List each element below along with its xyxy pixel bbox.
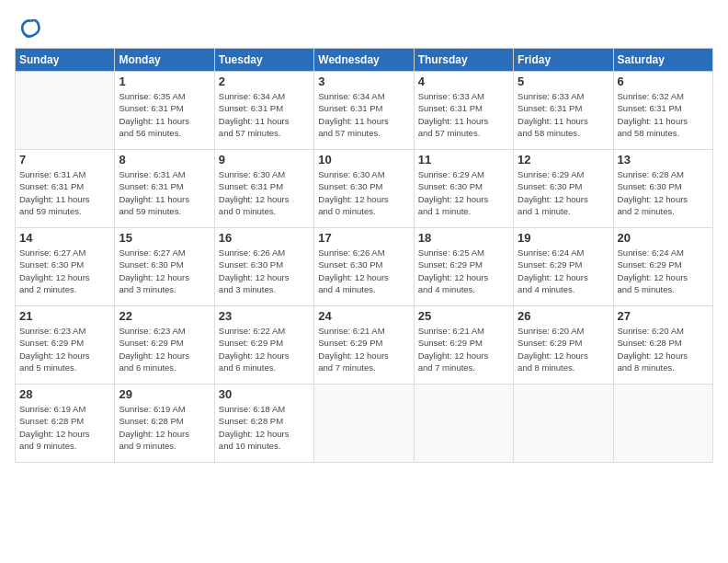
day-cell: 25Sunrise: 6:21 AM Sunset: 6:29 PM Dayli…	[414, 306, 513, 385]
logo	[15, 15, 44, 40]
day-info: Sunrise: 6:23 AM Sunset: 6:29 PM Dayligh…	[19, 325, 110, 373]
day-cell: 13Sunrise: 6:28 AM Sunset: 6:30 PM Dayli…	[613, 150, 712, 228]
day-number: 7	[19, 153, 110, 167]
day-cell: 7Sunrise: 6:31 AM Sunset: 6:31 PM Daylig…	[16, 150, 115, 228]
day-cell: 4Sunrise: 6:33 AM Sunset: 6:31 PM Daylig…	[414, 72, 513, 150]
week-row-3: 14Sunrise: 6:27 AM Sunset: 6:30 PM Dayli…	[16, 228, 713, 306]
day-number: 25	[418, 309, 509, 323]
day-info: Sunrise: 6:28 AM Sunset: 6:30 PM Dayligh…	[618, 168, 709, 217]
header-cell-tuesday: Tuesday	[214, 49, 313, 72]
day-number: 23	[219, 309, 310, 323]
day-info: Sunrise: 6:29 AM Sunset: 6:30 PM Dayligh…	[418, 168, 509, 217]
day-number: 2	[219, 75, 310, 88]
day-number: 5	[518, 75, 609, 88]
day-info: Sunrise: 6:34 AM Sunset: 6:31 PM Dayligh…	[219, 90, 310, 139]
day-cell: 9Sunrise: 6:30 AM Sunset: 6:31 PM Daylig…	[214, 150, 313, 228]
day-info: Sunrise: 6:20 AM Sunset: 6:28 PM Dayligh…	[618, 325, 709, 373]
day-cell	[314, 385, 414, 463]
day-cell: 26Sunrise: 6:20 AM Sunset: 6:29 PM Dayli…	[514, 306, 613, 385]
day-number: 8	[119, 153, 210, 167]
day-number: 27	[618, 309, 709, 323]
day-cell: 6Sunrise: 6:32 AM Sunset: 6:31 PM Daylig…	[613, 72, 712, 150]
header-cell-thursday: Thursday	[414, 49, 513, 72]
day-info: Sunrise: 6:29 AM Sunset: 6:30 PM Dayligh…	[518, 168, 609, 217]
day-info: Sunrise: 6:30 AM Sunset: 6:30 PM Dayligh…	[318, 168, 409, 217]
day-number: 9	[219, 153, 310, 167]
day-info: Sunrise: 6:26 AM Sunset: 6:30 PM Dayligh…	[219, 247, 310, 295]
day-number: 1	[119, 75, 210, 88]
day-number: 3	[318, 75, 409, 88]
calendar-header: SundayMondayTuesdayWednesdayThursdayFrid…	[16, 49, 713, 72]
day-number: 28	[19, 387, 110, 401]
day-info: Sunrise: 6:21 AM Sunset: 6:29 PM Dayligh…	[418, 325, 509, 373]
day-number: 21	[19, 309, 110, 323]
day-cell: 1Sunrise: 6:35 AM Sunset: 6:31 PM Daylig…	[115, 72, 214, 150]
header-cell-saturday: Saturday	[613, 49, 712, 72]
calendar-body: 1Sunrise: 6:35 AM Sunset: 6:31 PM Daylig…	[16, 72, 713, 463]
day-cell: 11Sunrise: 6:29 AM Sunset: 6:30 PM Dayli…	[414, 150, 513, 228]
day-number: 24	[318, 309, 409, 323]
day-cell: 22Sunrise: 6:23 AM Sunset: 6:29 PM Dayli…	[115, 306, 214, 385]
day-cell	[514, 385, 613, 463]
day-info: Sunrise: 6:21 AM Sunset: 6:29 PM Dayligh…	[318, 325, 409, 373]
day-cell: 19Sunrise: 6:24 AM Sunset: 6:29 PM Dayli…	[514, 228, 613, 306]
header-cell-monday: Monday	[115, 49, 214, 72]
day-cell	[613, 385, 712, 463]
page-header	[15, 15, 713, 40]
day-cell: 5Sunrise: 6:33 AM Sunset: 6:31 PM Daylig…	[514, 72, 613, 150]
day-info: Sunrise: 6:19 AM Sunset: 6:28 PM Dayligh…	[19, 403, 110, 452]
day-number: 11	[418, 153, 509, 167]
day-number: 15	[119, 231, 210, 245]
header-cell-sunday: Sunday	[16, 49, 115, 72]
day-number: 14	[19, 231, 110, 245]
day-info: Sunrise: 6:26 AM Sunset: 6:30 PM Dayligh…	[318, 247, 409, 295]
day-info: Sunrise: 6:31 AM Sunset: 6:31 PM Dayligh…	[19, 168, 110, 217]
day-info: Sunrise: 6:22 AM Sunset: 6:29 PM Dayligh…	[219, 325, 310, 373]
logo-icon	[15, 15, 40, 40]
day-number: 10	[318, 153, 409, 167]
day-number: 4	[418, 75, 509, 88]
day-cell: 21Sunrise: 6:23 AM Sunset: 6:29 PM Dayli…	[16, 306, 115, 385]
week-row-4: 21Sunrise: 6:23 AM Sunset: 6:29 PM Dayli…	[16, 306, 713, 385]
day-cell: 14Sunrise: 6:27 AM Sunset: 6:30 PM Dayli…	[16, 228, 115, 306]
day-number: 22	[119, 309, 210, 323]
day-number: 12	[518, 153, 609, 167]
day-info: Sunrise: 6:23 AM Sunset: 6:29 PM Dayligh…	[119, 325, 210, 373]
header-row: SundayMondayTuesdayWednesdayThursdayFrid…	[16, 49, 713, 72]
day-number: 16	[219, 231, 310, 245]
day-number: 18	[418, 231, 509, 245]
day-info: Sunrise: 6:24 AM Sunset: 6:29 PM Dayligh…	[618, 247, 709, 295]
header-cell-friday: Friday	[514, 49, 613, 72]
day-info: Sunrise: 6:30 AM Sunset: 6:31 PM Dayligh…	[219, 168, 310, 217]
header-cell-wednesday: Wednesday	[314, 49, 414, 72]
day-cell: 10Sunrise: 6:30 AM Sunset: 6:30 PM Dayli…	[314, 150, 414, 228]
day-cell: 29Sunrise: 6:19 AM Sunset: 6:28 PM Dayli…	[115, 385, 214, 463]
day-cell: 15Sunrise: 6:27 AM Sunset: 6:30 PM Dayli…	[115, 228, 214, 306]
day-info: Sunrise: 6:27 AM Sunset: 6:30 PM Dayligh…	[19, 247, 110, 295]
day-cell: 12Sunrise: 6:29 AM Sunset: 6:30 PM Dayli…	[514, 150, 613, 228]
day-cell: 28Sunrise: 6:19 AM Sunset: 6:28 PM Dayli…	[16, 385, 115, 463]
day-number: 13	[618, 153, 709, 167]
day-cell	[16, 72, 115, 150]
day-info: Sunrise: 6:35 AM Sunset: 6:31 PM Dayligh…	[119, 90, 210, 139]
day-cell: 23Sunrise: 6:22 AM Sunset: 6:29 PM Dayli…	[214, 306, 313, 385]
day-info: Sunrise: 6:19 AM Sunset: 6:28 PM Dayligh…	[119, 403, 210, 452]
day-info: Sunrise: 6:32 AM Sunset: 6:31 PM Dayligh…	[618, 90, 709, 139]
day-number: 29	[119, 387, 210, 401]
day-cell: 24Sunrise: 6:21 AM Sunset: 6:29 PM Dayli…	[314, 306, 414, 385]
calendar-table: SundayMondayTuesdayWednesdayThursdayFrid…	[15, 48, 713, 463]
day-cell: 30Sunrise: 6:18 AM Sunset: 6:28 PM Dayli…	[214, 385, 313, 463]
week-row-2: 7Sunrise: 6:31 AM Sunset: 6:31 PM Daylig…	[16, 150, 713, 228]
day-number: 6	[618, 75, 709, 88]
day-cell: 18Sunrise: 6:25 AM Sunset: 6:29 PM Dayli…	[414, 228, 513, 306]
day-info: Sunrise: 6:33 AM Sunset: 6:31 PM Dayligh…	[418, 90, 509, 139]
day-number: 26	[518, 309, 609, 323]
day-number: 17	[318, 231, 409, 245]
day-info: Sunrise: 6:24 AM Sunset: 6:29 PM Dayligh…	[518, 247, 609, 295]
day-number: 20	[618, 231, 709, 245]
day-cell: 8Sunrise: 6:31 AM Sunset: 6:31 PM Daylig…	[115, 150, 214, 228]
day-info: Sunrise: 6:18 AM Sunset: 6:28 PM Dayligh…	[219, 403, 310, 452]
day-number: 19	[518, 231, 609, 245]
day-cell: 2Sunrise: 6:34 AM Sunset: 6:31 PM Daylig…	[214, 72, 313, 150]
day-cell	[414, 385, 513, 463]
